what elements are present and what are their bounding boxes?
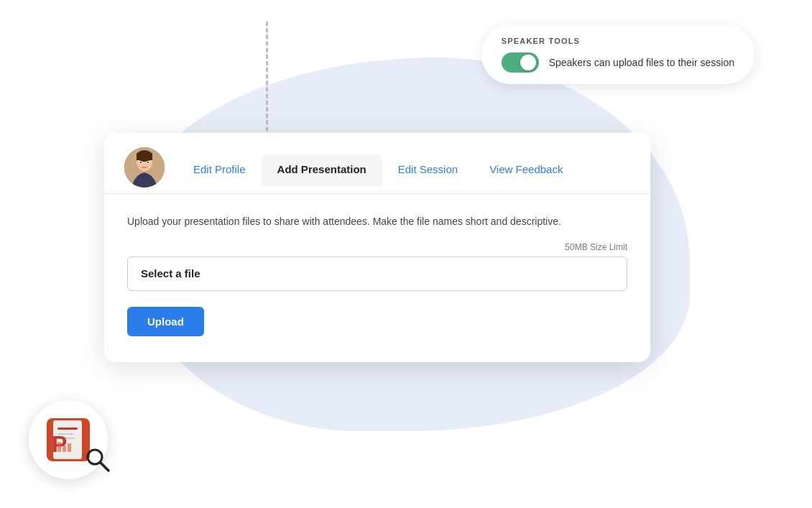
speaker-tools-label: SPEAKER TOOLS — [502, 37, 734, 45]
tab-add-presentation[interactable]: Add Presentation — [262, 154, 382, 186]
speaker-upload-toggle[interactable] — [502, 52, 539, 73]
tab-edit-profile[interactable]: Edit Profile — [177, 154, 262, 186]
size-limit-row: 50MB Size Limit — [127, 242, 627, 252]
dashed-line-decoration — [266, 22, 268, 151]
speaker-tools-description: Speakers can upload files to their sessi… — [549, 57, 734, 68]
speaker-tools-card: SPEAKER TOOLS Speakers can upload files … — [481, 25, 755, 84]
upload-button[interactable]: Upload — [127, 307, 204, 336]
main-card: Edit Profile Add Presentation Edit Sessi… — [104, 133, 650, 362]
svg-point-7 — [147, 162, 149, 163]
svg-rect-17 — [68, 443, 71, 452]
tab-bar: Edit Profile Add Presentation Edit Sessi… — [177, 154, 578, 186]
card-body: Upload your presentation files to share … — [104, 194, 650, 362]
size-limit-label: 50MB Size Limit — [565, 242, 627, 252]
svg-point-6 — [140, 162, 142, 163]
tab-edit-session[interactable]: Edit Session — [382, 154, 474, 186]
svg-line-19 — [101, 463, 109, 471]
svg-rect-11 — [57, 428, 78, 430]
file-input-placeholder: Select a file — [141, 267, 200, 280]
tab-view-feedback[interactable]: View Feedback — [474, 154, 578, 186]
speaker-tools-row: Speakers can upload files to their sessi… — [502, 52, 734, 73]
svg-rect-16 — [63, 445, 66, 452]
magnifier-icon — [85, 447, 111, 478]
svg-rect-15 — [57, 442, 61, 452]
upload-description: Upload your presentation files to share … — [127, 214, 627, 229]
file-input-container[interactable]: Select a file — [127, 257, 627, 291]
svg-rect-3 — [137, 153, 152, 160]
card-header: Edit Profile Add Presentation Edit Sessi… — [104, 133, 650, 194]
avatar — [124, 147, 165, 188]
